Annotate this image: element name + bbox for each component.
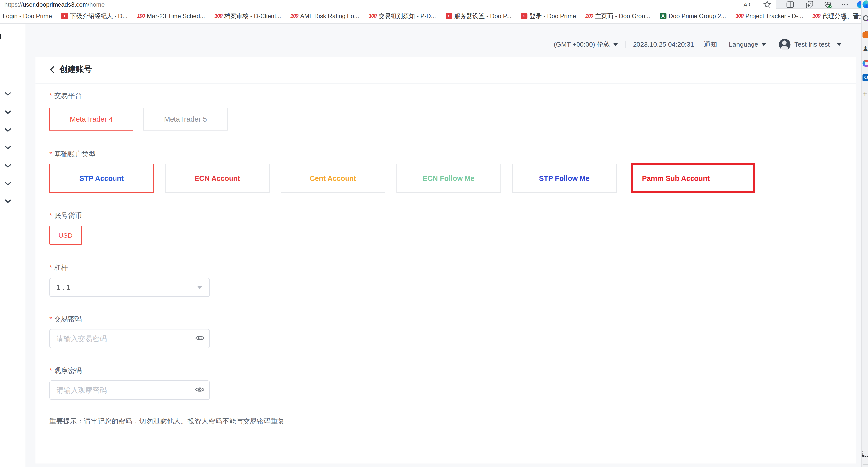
avatar [779, 38, 790, 50]
title-divider [35, 83, 856, 84]
screenshot-snip-icon[interactable]: ✂ [863, 449, 868, 459]
account-type-option-pamm-sub-account[interactable]: Pamm Sub Account [631, 163, 755, 193]
datetime-label: 2023.10.25 04:20:31 [633, 40, 694, 48]
chevron-down-icon [614, 43, 618, 45]
sidebar-clipped-text [0, 34, 1, 39]
password-notice: 重要提示：请牢记您的密码，切勿泄露他人。投资人密码不能与交易密码重复 [49, 417, 284, 427]
trade-password-input[interactable] [49, 329, 210, 348]
app-sidebar [0, 24, 25, 467]
bookmark-item[interactable]: ›登录 - Doo Prime [521, 12, 576, 20]
trade-password-field-wrap [49, 329, 210, 348]
account-type-options: STP AccountECN AccountCent AccountECN Fo… [49, 164, 755, 193]
bookmark-label: 服务器设置 - Doo P... [454, 12, 511, 20]
watch-password-field-wrap [49, 380, 210, 400]
copilot-icon[interactable] [863, 0, 868, 9]
sidebar-collapsed-chevron-icon[interactable] [4, 160, 12, 165]
screen: https://user.dooprimeads3.com/home A Log… [0, 0, 868, 467]
bookmark-item[interactable]: 100AML Risk Rating Fo... [290, 13, 359, 20]
doo-logo-icon: › [521, 13, 527, 20]
leverage-select[interactable]: 1 : 1 [49, 277, 210, 297]
bookmark-label: Doo Prime Group 2... [669, 13, 726, 20]
bookmark-item[interactable]: 100代理分级、晋升、... [812, 12, 861, 20]
sidebar-collapsed-chevron-icon[interactable] [4, 142, 12, 146]
account-type-label: *基础账户类型 [49, 150, 96, 159]
bookmark-item[interactable]: 100交易组别须知 - P-D... [369, 12, 436, 20]
excel-icon: X [660, 13, 666, 20]
bookmark-item[interactable]: 100Project Tracker - D-... [736, 13, 803, 20]
account-type-option-cent-account[interactable]: Cent Account [281, 164, 385, 193]
platform-label: *交易平台 [49, 91, 82, 101]
create-account-card: 创建账号 *交易平台 MetaTrader 4MetaTrader 5 *基础账… [35, 57, 856, 463]
edge-sidebar-divider [863, 464, 868, 465]
sidebar-collapsed-chevron-icon[interactable] [4, 107, 12, 111]
timezone-dropdown[interactable]: (GMT +00:00) 伦敦 [554, 39, 618, 49]
account-type-option-stp-follow-me[interactable]: STP Follow Me [512, 164, 617, 193]
search-icon[interactable] [863, 15, 868, 24]
eye-icon[interactable] [195, 334, 205, 342]
bookmark-label: Project Tracker - D-... [745, 13, 803, 20]
page-header: (GMT +00:00) 伦敦 2023.10.25 04:20:31 通知 L… [554, 38, 841, 51]
account-type-option-stp-account[interactable]: STP Account [49, 164, 154, 193]
sidebar-collapsed-chevron-icon[interactable] [4, 178, 12, 182]
bookmark-item[interactable]: ›服务器设置 - Doo P... [445, 12, 511, 20]
currency-option-usd[interactable]: USD [49, 226, 82, 245]
bookmarks-bar: Login - Doo Prime›下级介绍经纪人 - D...100Mar-2… [0, 9, 861, 24]
timezone-label: (GMT +00:00) 伦敦 [554, 39, 610, 49]
address-bar[interactable]: https://user.dooprimeads3.com/home A [0, 0, 776, 9]
toolbox-icon[interactable] [863, 30, 868, 39]
bookmark-item[interactable]: Login - Doo Prime [3, 13, 52, 20]
bookmark-label: 交易组别须知 - P-D... [378, 12, 436, 20]
platform-option-mt5[interactable]: MetaTrader 5 [144, 108, 227, 131]
url-text[interactable]: https://user.dooprimeads3.com/home [4, 0, 105, 9]
split-screen-icon[interactable] [786, 0, 794, 8]
add-icon[interactable]: + [863, 90, 868, 98]
account-type-option-ecn-account[interactable]: ECN Account [165, 164, 270, 193]
page-title: 创建账号 [60, 64, 92, 75]
hundred-logo-icon: 100 [812, 13, 820, 20]
select-caret-icon [197, 286, 203, 289]
eye-icon[interactable] [195, 386, 205, 393]
read-aloud-icon[interactable]: A [743, 0, 751, 8]
bookmark-item[interactable]: ›下级介绍经纪人 - D... [61, 12, 128, 20]
username-label: Test Iris test [794, 40, 830, 48]
account-type-option-ecn-follow-me[interactable]: ECN Follow Me [396, 164, 501, 193]
bookmarks-overflow-chevron[interactable]: ❯ [842, 9, 847, 24]
sidebar-collapsed-chevron-icon[interactable] [4, 196, 12, 200]
bookmark-label: Mar-23 Time Sched... [147, 13, 205, 20]
platform-option-mt4[interactable]: MetaTrader 4 [49, 108, 133, 131]
hundred-logo-icon: 100 [137, 13, 144, 20]
bookmark-label: 档案审核 - D-Client... [224, 12, 281, 20]
watch-password-input[interactable] [49, 380, 210, 400]
bookmark-item[interactable]: 100档案审核 - D-Client... [214, 12, 281, 20]
browser-essentials-icon[interactable] [824, 0, 832, 8]
page-title-row: 创建账号 [49, 64, 92, 75]
edge-sidebar: ♟O+ ✂ [861, 0, 868, 467]
bookmark-item[interactable]: 100主页面 - Doo Grou... [585, 12, 650, 20]
bookmark-item[interactable]: 100Mar-23 Time Sched... [137, 13, 205, 20]
user-menu[interactable]: Test Iris test [779, 38, 841, 50]
trade-password-label: *交易密码 [49, 314, 82, 324]
svg-text:A: A [743, 1, 747, 8]
hundred-logo-icon: 100 [369, 13, 376, 20]
sidebar-collapsed-chevron-icon[interactable] [4, 89, 12, 93]
bookmark-label: Login - Doo Prime [3, 13, 52, 20]
microsoft-365-icon[interactable] [863, 60, 868, 69]
bookmark-label: AML Risk Rating Fo... [300, 13, 359, 20]
bookmark-label: 主页面 - Doo Grou... [595, 12, 650, 20]
favorite-star-icon[interactable] [763, 0, 771, 8]
language-dropdown[interactable]: Language [729, 40, 766, 48]
settings-more-icon[interactable] [840, 0, 848, 8]
chevron-down-icon [837, 43, 841, 45]
collections-icon[interactable] [805, 0, 813, 8]
bookmark-item[interactable]: XDoo Prime Group 2... [660, 13, 726, 20]
watch-password-label: *观摩密码 [49, 366, 82, 375]
games-icon[interactable]: ♟ [863, 45, 868, 54]
doo-logo-icon: › [445, 13, 452, 20]
back-icon[interactable] [49, 66, 55, 73]
outlook-icon[interactable]: O [863, 74, 868, 83]
notifications-link[interactable]: 通知 [704, 39, 717, 49]
leverage-value: 1 : 1 [57, 283, 70, 292]
platform-options: MetaTrader 4MetaTrader 5 [49, 108, 227, 131]
bookmark-label: 登录 - Doo Prime [529, 12, 576, 20]
sidebar-collapsed-chevron-icon[interactable] [4, 124, 12, 129]
